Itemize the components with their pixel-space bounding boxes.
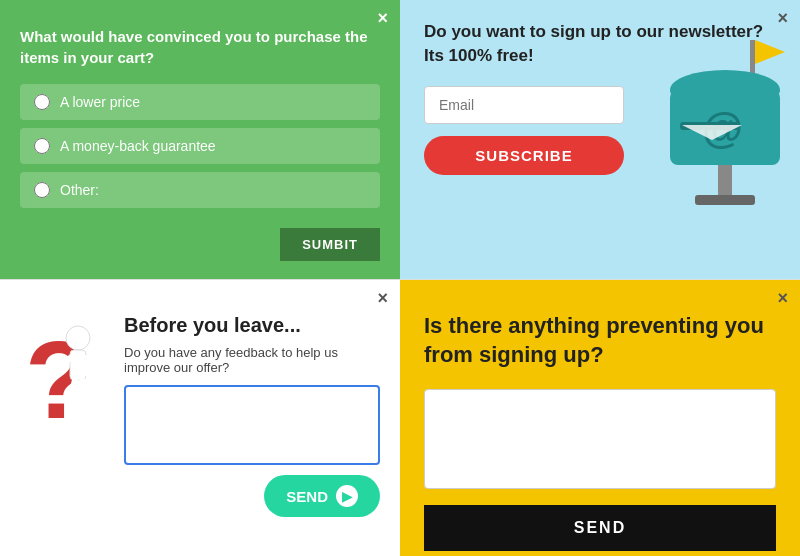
radio-money-back[interactable]	[34, 138, 50, 154]
feedback-panel: × ? Before you leave... Do you have any …	[0, 279, 400, 556]
option-lower-price[interactable]: A lower price	[20, 84, 380, 120]
email-input[interactable]	[424, 86, 624, 124]
signup-title: Is there anything preventing you from si…	[424, 312, 776, 369]
svg-point-10	[66, 326, 90, 350]
subscribe-button[interactable]: SUBSCRIBE	[424, 136, 624, 175]
feedback-subtitle: Do you have any feedback to help us impr…	[124, 345, 380, 375]
option-money-back-label: A money-back guarantee	[60, 138, 216, 154]
panel3-close-button[interactable]: ×	[377, 288, 388, 309]
svg-rect-7	[718, 165, 732, 200]
mailbox-illustration: @	[620, 10, 790, 220]
svg-marker-1	[755, 40, 785, 64]
svg-line-14	[80, 368, 86, 373]
signup-textarea[interactable]	[424, 389, 776, 489]
option-other-label: Other:	[60, 182, 99, 198]
newsletter-panel: × Do you want to sign up to our newslett…	[400, 0, 800, 279]
option-other[interactable]: Other:	[20, 172, 380, 208]
radio-lower-price[interactable]	[34, 94, 50, 110]
send-button-3[interactable]: SEND ▶	[264, 475, 380, 517]
submit-button[interactable]: SUMBIT	[280, 228, 380, 261]
svg-rect-8	[695, 195, 755, 205]
survey-panel: × What would have convinced you to purch…	[0, 0, 400, 279]
panel4-close-button[interactable]: ×	[777, 288, 788, 309]
radio-other[interactable]	[34, 182, 50, 198]
send-arrow-icon: ▶	[336, 485, 358, 507]
feedback-title: Before you leave...	[124, 314, 380, 337]
send-button-4[interactable]: SEND	[424, 505, 776, 551]
signup-panel: × Is there anything preventing you from …	[400, 279, 800, 556]
question-mark-figure: ?	[20, 308, 110, 462]
feedback-textarea[interactable]	[124, 385, 380, 465]
feedback-content: Before you leave... Do you have any feed…	[124, 300, 380, 517]
send-button-3-label: SEND	[286, 488, 328, 505]
panel1-close-button[interactable]: ×	[377, 8, 388, 29]
option-lower-price-label: A lower price	[60, 94, 140, 110]
svg-point-3	[670, 70, 780, 110]
option-money-back[interactable]: A money-back guarantee	[20, 128, 380, 164]
survey-question: What would have convinced you to purchas…	[20, 26, 380, 68]
